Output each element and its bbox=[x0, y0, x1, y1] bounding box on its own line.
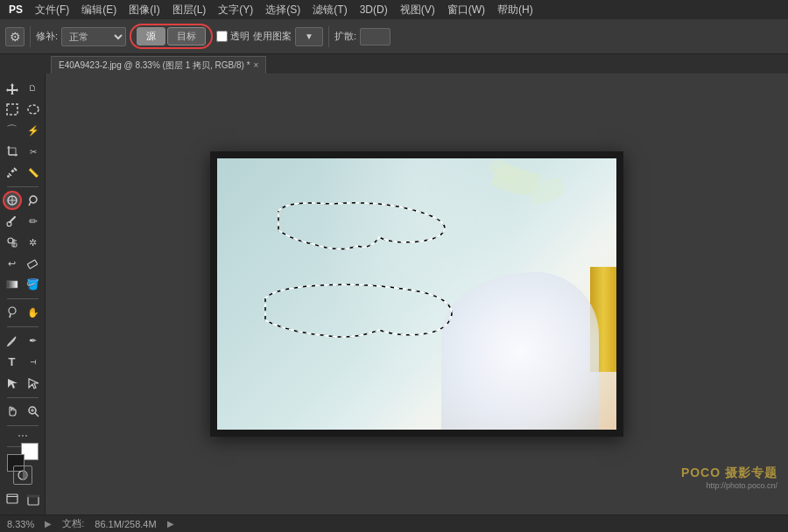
spread-input[interactable]: 5 bbox=[360, 28, 390, 46]
tool-freeform-pen[interactable]: ✒ bbox=[24, 332, 43, 351]
tool-pattern-stamp[interactable]: ✲ bbox=[24, 233, 43, 252]
menu-help[interactable]: 帮助(H) bbox=[492, 1, 538, 19]
tool-options-icon[interactable]: ⚙ bbox=[5, 27, 25, 46]
svg-line-16 bbox=[10, 217, 15, 222]
menu-file[interactable]: 文件(F) bbox=[30, 1, 74, 19]
tool-ellipse-marquee[interactable] bbox=[24, 100, 43, 119]
canvas-area: POCO 摄影专题 http://photo.poco.cn/ bbox=[46, 74, 788, 514]
document-tab[interactable]: E40A9423-2.jpg @ 8.33% (图层 1 拷贝, RGB/8) … bbox=[51, 56, 266, 74]
tool-row-2 bbox=[3, 100, 43, 119]
tool-eraser[interactable] bbox=[24, 254, 43, 273]
tool-direct-select[interactable] bbox=[24, 374, 43, 393]
svg-rect-34 bbox=[7, 494, 18, 503]
photo-container bbox=[217, 158, 616, 430]
tool-type-vertical[interactable]: T bbox=[24, 353, 43, 372]
tool-row-1: 🗋 bbox=[3, 79, 43, 98]
tool-pen[interactable] bbox=[3, 332, 22, 351]
tool-zoom[interactable] bbox=[24, 402, 43, 421]
tool-row-4: ✂ bbox=[3, 142, 43, 161]
svg-marker-28 bbox=[29, 379, 39, 388]
tool-artboard[interactable]: 🗋 bbox=[24, 79, 43, 98]
svg-point-24 bbox=[9, 307, 16, 314]
tool-eyedropper[interactable] bbox=[3, 163, 22, 182]
source-button[interactable]: 源 bbox=[137, 27, 165, 46]
doc-label: 文档: bbox=[62, 517, 84, 530]
tool-slice[interactable]: ✂ bbox=[24, 142, 43, 161]
tool-brush[interactable] bbox=[3, 212, 22, 231]
transparent-checkbox[interactable] bbox=[216, 31, 228, 42]
tool-lasso[interactable]: ⌒ bbox=[3, 121, 22, 140]
menu-ps[interactable]: PS bbox=[4, 2, 28, 18]
tool-quick-select[interactable]: ⚡ bbox=[24, 121, 43, 140]
mode-select[interactable]: 正常 内容识别 bbox=[61, 27, 126, 46]
svg-point-2 bbox=[28, 105, 39, 114]
menu-3d[interactable]: 3D(D) bbox=[355, 2, 393, 18]
tool-row-14 bbox=[3, 374, 43, 393]
woman-dress bbox=[441, 272, 599, 430]
poco-logo-text: POCO 摄影专题 bbox=[681, 466, 777, 480]
tool-row-8: ✲ bbox=[3, 233, 43, 252]
svg-line-7 bbox=[14, 168, 17, 171]
tool-hand[interactable] bbox=[3, 402, 22, 421]
pattern-picker[interactable]: ▼ bbox=[295, 27, 323, 46]
tool-paint-bucket[interactable]: 🪣 bbox=[24, 275, 43, 294]
svg-rect-1 bbox=[7, 104, 18, 115]
menu-image[interactable]: 图像(I) bbox=[123, 1, 165, 19]
doc-size: 86.1M/258.4M bbox=[95, 519, 156, 529]
tool-move[interactable] bbox=[3, 79, 22, 98]
full-screen-button[interactable] bbox=[24, 490, 43, 509]
tool-row-10: 🪣 bbox=[3, 275, 43, 294]
svg-point-14 bbox=[30, 196, 37, 203]
menu-view[interactable]: 视图(V) bbox=[395, 1, 440, 19]
tool-row-13: T T bbox=[3, 353, 43, 372]
poco-url: http://photo.poco.cn/ bbox=[681, 481, 777, 490]
screen-mode-group bbox=[3, 490, 43, 509]
tool-row-3: ⌒ ⚡ bbox=[3, 121, 43, 140]
tool-gradient[interactable] bbox=[3, 275, 22, 294]
tool-rect-marquee[interactable] bbox=[3, 100, 22, 119]
doc-info-arrow[interactable]: ▶ bbox=[167, 519, 174, 528]
svg-rect-36 bbox=[28, 496, 39, 505]
svg-rect-35 bbox=[7, 496, 18, 497]
quick-mask-button[interactable] bbox=[13, 466, 32, 485]
tab-filename: E40A9423-2.jpg @ 8.33% (图层 1 拷贝, RGB/8) … bbox=[59, 60, 250, 72]
menu-text[interactable]: 文字(Y) bbox=[213, 1, 258, 19]
tool-path-select[interactable] bbox=[3, 374, 22, 393]
toolbar-sep-2 bbox=[328, 26, 329, 47]
tool-dodge[interactable] bbox=[3, 303, 22, 322]
left-sidebar: 🗋 ⌒ ⚡ ✂ bbox=[0, 74, 46, 514]
tool-row-5: 📏 bbox=[3, 163, 43, 182]
use-pattern-label: 使用图案 bbox=[253, 30, 292, 43]
photo-background bbox=[217, 158, 616, 430]
spread-label: 扩散: bbox=[334, 30, 356, 43]
tab-close-button[interactable]: × bbox=[254, 60, 259, 70]
tool-more[interactable]: ⋯ bbox=[13, 430, 32, 442]
tool-row-15 bbox=[3, 402, 43, 421]
menu-layer[interactable]: 图层(L) bbox=[167, 1, 212, 19]
tool-pencil[interactable]: ✏ bbox=[24, 212, 43, 231]
svg-rect-37 bbox=[27, 495, 39, 497]
tool-brush-heal[interactable] bbox=[24, 191, 43, 210]
tool-burn[interactable]: ✋ bbox=[24, 303, 43, 322]
tool-crop[interactable] bbox=[3, 142, 22, 161]
menu-window[interactable]: 窗口(W) bbox=[442, 1, 490, 19]
menu-select[interactable]: 选择(S) bbox=[260, 1, 306, 19]
tool-measure[interactable]: 📏 bbox=[24, 163, 43, 182]
document-canvas bbox=[210, 151, 623, 437]
tool-row-6 bbox=[3, 191, 43, 210]
transparent-option[interactable]: 透明 bbox=[216, 30, 250, 43]
svg-line-30 bbox=[35, 413, 39, 416]
svg-rect-22 bbox=[27, 260, 38, 269]
menu-edit[interactable]: 编辑(E) bbox=[76, 1, 122, 19]
target-button[interactable]: 目标 bbox=[167, 27, 206, 46]
tool-history-brush[interactable]: ↩ bbox=[3, 254, 22, 273]
menu-filter[interactable]: 滤镜(T) bbox=[307, 1, 352, 19]
tool-type[interactable]: T bbox=[3, 353, 22, 372]
screen-mode-button[interactable] bbox=[3, 490, 22, 509]
menu-bar: PS 文件(F) 编辑(E) 图像(I) 图层(L) 文字(Y) 选择(S) 滤… bbox=[0, 0, 788, 19]
svg-marker-0 bbox=[6, 83, 18, 94]
zoom-arrow[interactable]: ▶ bbox=[45, 519, 52, 528]
tool-clone-stamp[interactable] bbox=[3, 233, 22, 252]
svg-line-15 bbox=[29, 202, 31, 206]
tool-patch[interactable] bbox=[3, 191, 22, 210]
